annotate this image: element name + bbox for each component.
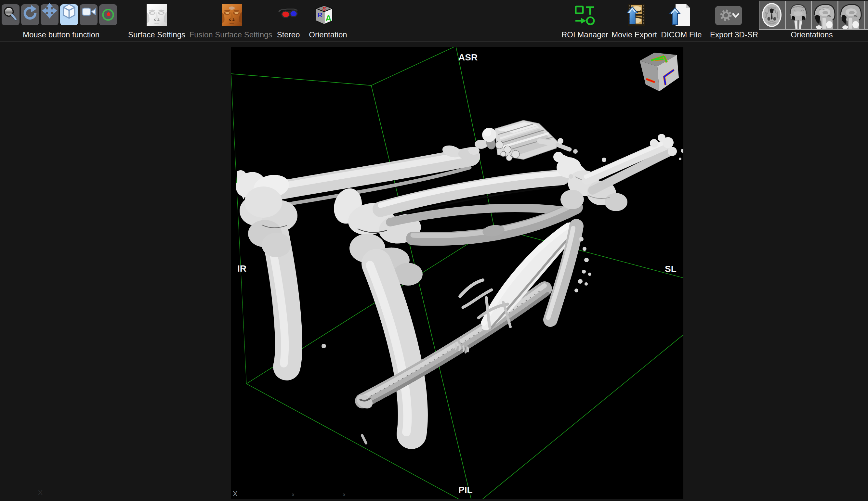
svg-text:ASR: ASR [458,52,478,62]
svg-text:x: x [292,492,294,497]
svg-text:IR: IR [237,264,247,274]
svg-text:PIL: PIL [458,485,473,495]
svg-text:R: R [317,11,323,19]
svg-text:A: A [325,13,332,23]
svg-text:X: X [233,490,238,498]
svg-text:SL: SL [665,264,677,274]
svg-text:x: x [343,492,346,497]
